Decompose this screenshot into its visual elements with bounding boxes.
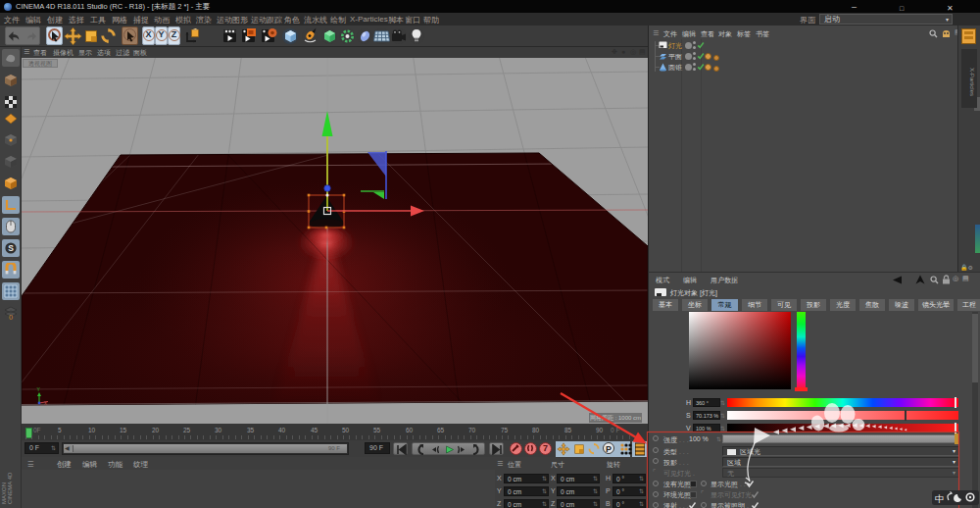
svg-text:S: S (8, 243, 14, 253)
svg-text:(): () (9, 314, 13, 320)
svg-text:X: X (44, 401, 47, 406)
